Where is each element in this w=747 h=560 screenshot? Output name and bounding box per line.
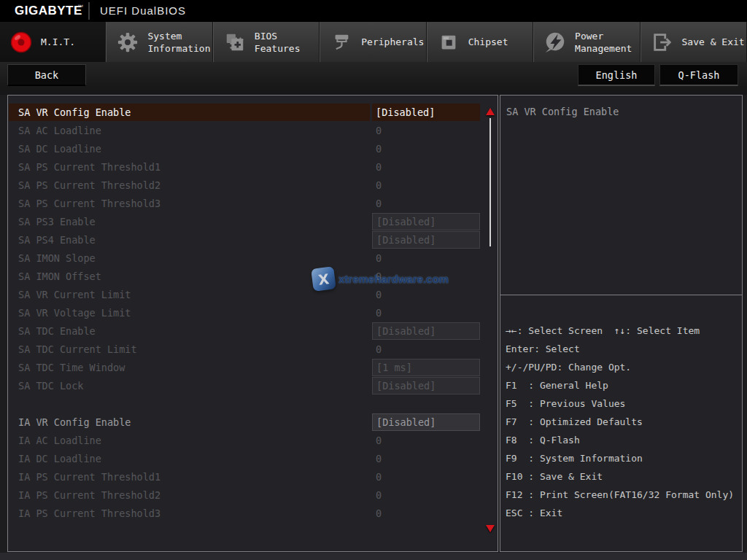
setting-row[interactable]: SA PS3 Enable[Disabled] — [9, 213, 487, 231]
setting-value[interactable]: [Disabled] — [372, 413, 480, 431]
setting-label: IA PS Current Threshold2 — [9, 486, 370, 504]
setting-value[interactable]: 0 — [372, 468, 480, 486]
setting-row[interactable]: SA IMON Slope0 — [9, 249, 487, 268]
help-key-line: F7 : Optimized Defaults — [506, 413, 742, 431]
help-key-line: F9 : System Information — [506, 449, 742, 467]
chipset-icon — [436, 28, 462, 56]
setting-label: SA PS Current Threshold3 — [9, 195, 370, 212]
setting-row[interactable]: IA PS Current Threshold30 — [9, 505, 487, 523]
setting-value[interactable]: 0 — [372, 195, 480, 212]
back-button[interactable]: Back — [7, 64, 86, 86]
help-key-line: F5 : Previous Values — [506, 394, 742, 413]
top-bar: GIGABYTE ™ UEFI DualBIOS — [0, 0, 747, 22]
tab-label: M.I.T. — [41, 36, 75, 48]
setting-label: SA TDC Lock — [9, 377, 370, 394]
scroll-up-icon[interactable] — [486, 108, 495, 115]
setting-value[interactable]: 0 — [372, 505, 480, 522]
setting-row[interactable]: SA TDC Current Limit0 — [9, 341, 487, 359]
scroll-down-icon[interactable] — [486, 525, 495, 532]
setting-row[interactable]: IA DC Loadline0 — [9, 450, 487, 468]
language-button[interactable]: English — [578, 64, 655, 86]
setting-value[interactable]: [Disabled] — [372, 213, 480, 230]
tab-label: Chipset — [468, 36, 508, 48]
setting-row[interactable]: SA AC Loadline0 — [9, 122, 487, 140]
help-key-line: F8 : Q-Flash — [506, 431, 742, 449]
setting-value[interactable]: 0 — [372, 176, 480, 194]
setting-row[interactable]: SA PS Current Threshold10 — [9, 158, 487, 176]
help-keys: →←: Select Screen ↑↓: Select ItemEnter: … — [506, 322, 742, 522]
settings-panel: SA VR Config Enable[Disabled]SA AC Loadl… — [7, 95, 498, 552]
tab-bios-features[interactable]: BIOSFeatures — [213, 22, 320, 62]
setting-value[interactable]: 0 — [372, 432, 480, 449]
setting-label: SA IMON Slope — [9, 249, 370, 267]
setting-label: SA TDC Time Window — [9, 359, 370, 376]
setting-label: SA PS Current Threshold1 — [9, 158, 370, 176]
setting-label: SA TDC Current Limit — [9, 341, 370, 358]
product-title: UEFI DualBIOS — [100, 4, 186, 17]
tab-label: BIOSFeatures — [255, 30, 301, 55]
tab-system-information[interactable]: SystemInformation — [106, 22, 212, 62]
setting-row[interactable]: IA PS Current Threshold20 — [9, 486, 487, 505]
help-key-line: F12 : Print Screen(FAT16/32 Format Only) — [506, 486, 742, 504]
help-title: SA VR Config Enable — [506, 106, 619, 117]
tab-peripherals[interactable]: Peripherals — [320, 22, 426, 62]
setting-row[interactable]: SA PS Current Threshold30 — [9, 195, 487, 213]
tab-label: PowerManagement — [575, 30, 632, 55]
setting-value[interactable]: [Disabled] — [372, 104, 480, 121]
setting-value[interactable]: [Disabled] — [372, 231, 480, 249]
setting-row[interactable]: IA VR Config Enable[Disabled] — [9, 413, 487, 432]
setting-value[interactable]: [Disabled] — [372, 377, 480, 394]
help-key-line: ESC : Exit — [506, 504, 742, 522]
help-panel: SA VR Config Enable →←: Select Screen ↑↓… — [500, 95, 743, 552]
setting-label: SA VR Config Enable — [9, 104, 370, 121]
gigabyte-logo: GIGABYTE — [15, 4, 82, 18]
setting-label: IA DC Loadline — [9, 450, 370, 467]
setting-value[interactable]: [1 ms] — [372, 359, 480, 376]
setting-value[interactable]: [Disabled] — [372, 322, 480, 340]
tab-bar: M.I.T. SystemInformation BIOSFeatures Pe… — [0, 22, 747, 62]
setting-row[interactable]: SA VR Voltage Limit0 — [9, 304, 487, 322]
xtremehardware-logo-icon: X — [311, 266, 336, 292]
setting-row[interactable]: SA VR Config Enable[Disabled] — [9, 104, 487, 122]
setting-label: SA PS4 Enable — [9, 231, 370, 249]
setting-row[interactable]: SA TDC Lock[Disabled] — [9, 377, 487, 395]
qflash-button[interactable]: Q-Flash — [659, 64, 738, 86]
setting-row[interactable]: SA DC Loadline0 — [9, 140, 487, 158]
setting-row[interactable]: SA PS4 Enable[Disabled] — [9, 231, 487, 249]
setting-value[interactable]: 0 — [372, 122, 480, 139]
peripherals-icon — [328, 28, 355, 56]
setting-label: SA AC Loadline — [9, 122, 370, 139]
setting-label: IA VR Config Enable — [9, 413, 370, 431]
setting-row[interactable]: SA TDC Time Window[1 ms] — [9, 359, 487, 377]
setting-value[interactable]: 0 — [372, 249, 480, 267]
save-exit-icon — [649, 28, 676, 56]
setting-value[interactable]: 0 — [372, 158, 480, 176]
setting-label: SA VR Voltage Limit — [9, 304, 370, 322]
setting-value[interactable]: 0 — [372, 304, 480, 322]
gear-icon — [115, 28, 141, 56]
toolbar: Back English Q-Flash — [0, 62, 747, 95]
tab-save-exit[interactable]: Save & Exit — [640, 22, 747, 62]
setting-label: IA PS Current Threshold3 — [9, 505, 370, 522]
tab-mit[interactable]: M.I.T. — [0, 22, 106, 62]
setting-row[interactable]: SA TDC Enable[Disabled] — [9, 322, 487, 341]
setting-value[interactable]: 0 — [372, 341, 480, 358]
setting-value[interactable]: 0 — [372, 450, 480, 467]
tab-power-management[interactable]: PowerManagement — [533, 22, 640, 62]
setting-row[interactable]: SA PS Current Threshold20 — [9, 176, 487, 195]
setting-value[interactable]: 0 — [372, 486, 480, 504]
mit-icon — [8, 28, 34, 56]
power-icon — [542, 28, 568, 56]
tab-label: SystemInformation — [147, 30, 210, 55]
setting-value[interactable]: 0 — [372, 140, 480, 158]
scrollbar[interactable] — [484, 96, 497, 551]
tab-label: Save & Exit — [682, 36, 745, 48]
scrollbar-thumb[interactable] — [489, 118, 491, 246]
setting-row[interactable]: IA AC Loadline0 — [9, 432, 487, 450]
help-key-line: F10 : Save & Exit — [506, 467, 742, 486]
setting-row[interactable]: IA PS Current Threshold10 — [9, 468, 487, 486]
tab-chipset[interactable]: Chipset — [427, 22, 533, 62]
setting-label: SA TDC Enable — [9, 322, 370, 340]
tab-label: Peripherals — [361, 36, 424, 48]
trademark-symbol: ™ — [77, 4, 83, 10]
